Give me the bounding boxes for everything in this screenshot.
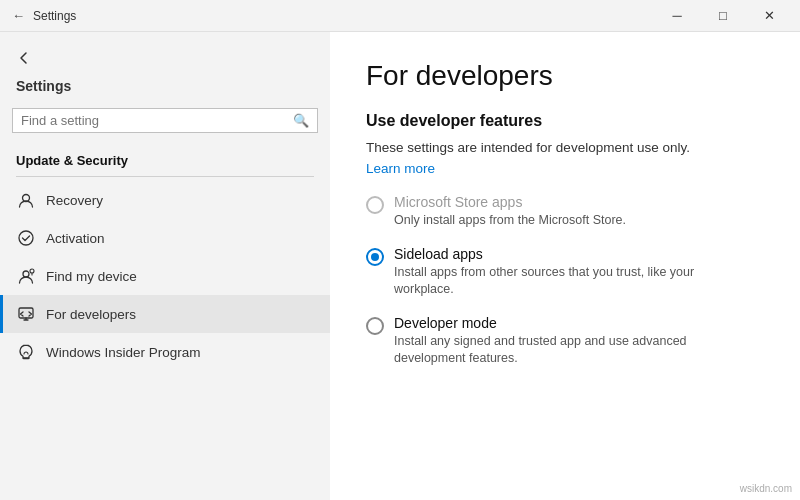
sidebar-app-title: Settings bbox=[0, 72, 330, 108]
sidebar-item-activation[interactable]: Activation bbox=[0, 219, 330, 257]
sidebar-item-for-developers[interactable]: For developers bbox=[0, 295, 330, 333]
activation-icon bbox=[16, 229, 36, 247]
radio-option-dev-mode[interactable]: Developer mode Install any signed and tr… bbox=[366, 315, 764, 368]
radio-sideload-inner bbox=[371, 253, 379, 261]
sidebar: Settings 🔍 Update & Security Recovery bbox=[0, 32, 330, 500]
title-bar-left: ← Settings bbox=[12, 8, 76, 23]
content-area: For developers Use developer features Th… bbox=[330, 32, 800, 500]
ms-store-sublabel: Only install apps from the Microsoft Sto… bbox=[394, 212, 626, 230]
recovery-icon bbox=[16, 191, 36, 209]
sideload-label: Sideload apps bbox=[394, 246, 734, 262]
title-bar-title: Settings bbox=[33, 9, 76, 23]
svg-point-1 bbox=[19, 231, 33, 245]
sidebar-item-recovery-label: Recovery bbox=[46, 193, 103, 208]
find-my-device-icon bbox=[16, 267, 36, 285]
title-bar-back-icon[interactable]: ← bbox=[12, 8, 25, 23]
radio-option-ms-store[interactable]: Microsoft Store apps Only install apps f… bbox=[366, 194, 764, 230]
minimize-button[interactable]: ─ bbox=[654, 0, 700, 32]
title-bar: ← Settings ─ □ ✕ bbox=[0, 0, 800, 32]
search-input[interactable] bbox=[21, 113, 293, 128]
page-title: For developers bbox=[366, 60, 764, 92]
ms-store-label: Microsoft Store apps bbox=[394, 194, 626, 210]
sideload-text: Sideload apps Install apps from other so… bbox=[394, 246, 734, 299]
sidebar-back-button[interactable] bbox=[0, 44, 330, 72]
radio-option-sideload[interactable]: Sideload apps Install apps from other so… bbox=[366, 246, 764, 299]
dev-mode-text: Developer mode Install any signed and tr… bbox=[394, 315, 734, 368]
dev-mode-label: Developer mode bbox=[394, 315, 734, 331]
sidebar-item-for-developers-label: For developers bbox=[46, 307, 136, 322]
learn-more-link[interactable]: Learn more bbox=[366, 161, 435, 176]
search-box[interactable]: 🔍 bbox=[12, 108, 318, 133]
sidebar-item-windows-insider[interactable]: Windows Insider Program bbox=[0, 333, 330, 371]
svg-point-2 bbox=[23, 271, 29, 277]
section-description: These settings are intended for developm… bbox=[366, 140, 764, 155]
for-developers-icon bbox=[16, 305, 36, 323]
section-subtitle: Use developer features bbox=[366, 112, 764, 130]
sidebar-item-find-my-device-label: Find my device bbox=[46, 269, 137, 284]
app-body: Settings 🔍 Update & Security Recovery bbox=[0, 32, 800, 500]
sidebar-item-activation-label: Activation bbox=[46, 231, 105, 246]
dev-mode-sublabel: Install any signed and trusted app and u… bbox=[394, 333, 734, 368]
back-icon bbox=[16, 50, 32, 66]
radio-sideload[interactable] bbox=[366, 248, 384, 266]
search-icon: 🔍 bbox=[293, 113, 309, 128]
radio-dev-mode[interactable] bbox=[366, 317, 384, 335]
title-bar-controls: ─ □ ✕ bbox=[654, 0, 792, 32]
sidebar-item-recovery[interactable]: Recovery bbox=[0, 181, 330, 219]
watermark: wsikdn.com bbox=[740, 483, 792, 494]
section-header: Update & Security bbox=[0, 145, 330, 172]
svg-point-3 bbox=[30, 269, 34, 273]
close-button[interactable]: ✕ bbox=[746, 0, 792, 32]
nav-divider bbox=[16, 176, 314, 177]
ms-store-text: Microsoft Store apps Only install apps f… bbox=[394, 194, 626, 230]
windows-insider-icon bbox=[16, 343, 36, 361]
sidebar-item-find-my-device[interactable]: Find my device bbox=[0, 257, 330, 295]
maximize-button[interactable]: □ bbox=[700, 0, 746, 32]
radio-ms-store[interactable] bbox=[366, 196, 384, 214]
sidebar-item-windows-insider-label: Windows Insider Program bbox=[46, 345, 201, 360]
sideload-sublabel: Install apps from other sources that you… bbox=[394, 264, 734, 299]
